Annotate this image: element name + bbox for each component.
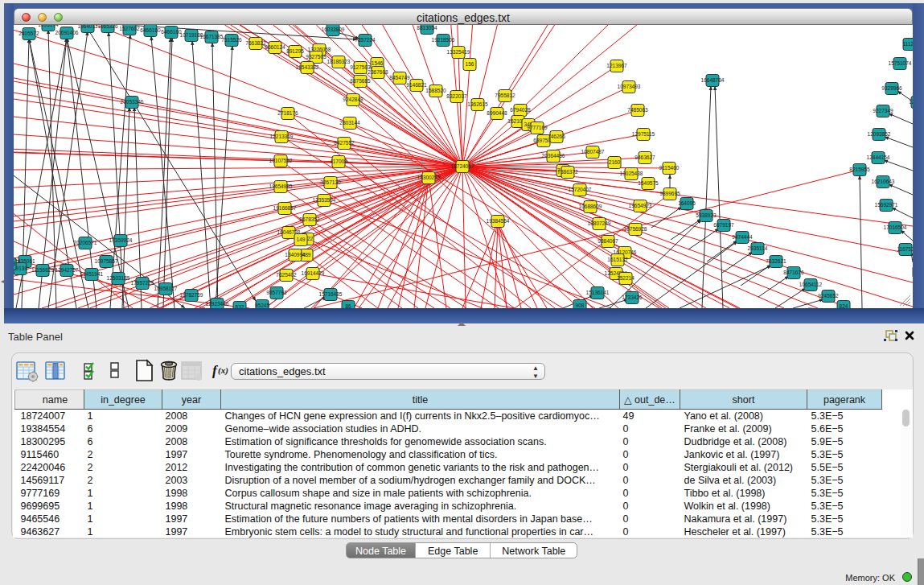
svg-text:15720407: 15720407 xyxy=(569,187,592,192)
svg-text:8427552: 8427552 xyxy=(334,140,355,146)
svg-text:1615132: 1615132 xyxy=(607,257,628,262)
svg-text:2405572: 2405572 xyxy=(18,31,39,36)
svg-text:12942757: 12942757 xyxy=(55,267,79,273)
svg-text:2367608: 2367608 xyxy=(368,69,388,75)
svg-text:8322037: 8322037 xyxy=(446,93,467,99)
svg-text:908: 908 xyxy=(576,303,585,308)
svg-text:5938923: 5938923 xyxy=(696,212,717,218)
svg-text:252214: 252214 xyxy=(617,275,634,281)
svg-text:11123: 11123 xyxy=(902,41,913,47)
svg-text:7663822: 7663822 xyxy=(245,40,266,46)
svg-text:10975867: 10975867 xyxy=(95,258,118,264)
svg-text:12093852: 12093852 xyxy=(868,131,891,137)
svg-text:12503185: 12503185 xyxy=(107,275,130,281)
svg-text:8813054: 8813054 xyxy=(417,25,437,31)
svg-text:1340994: 1340994 xyxy=(285,252,306,257)
svg-text:2718176: 2718176 xyxy=(277,110,298,116)
svg-text:19654985: 19654985 xyxy=(269,183,293,189)
svg-text:9227349: 9227349 xyxy=(873,108,893,113)
svg-text:832: 832 xyxy=(236,304,244,308)
svg-text:9313: 9313 xyxy=(14,261,16,266)
svg-text:10654112: 10654112 xyxy=(799,282,823,287)
svg-text:1549575: 1549575 xyxy=(638,180,659,186)
svg-text:7357224: 7357224 xyxy=(355,37,376,43)
svg-text:18807249: 18807249 xyxy=(588,220,611,226)
svg-text:9115460: 9115460 xyxy=(659,165,680,171)
svg-text:17957225: 17957225 xyxy=(131,280,154,286)
svg-text:6466160: 6466160 xyxy=(140,27,161,33)
svg-text:116753: 116753 xyxy=(897,246,913,252)
svg-text:1964011: 1964011 xyxy=(78,25,98,29)
svg-text:8660124: 8660124 xyxy=(265,44,285,50)
svg-text:1588520: 1588520 xyxy=(425,88,446,93)
svg-text:9245652: 9245652 xyxy=(818,293,839,299)
svg-text:8678352: 8678352 xyxy=(299,216,320,222)
svg-text:156: 156 xyxy=(466,61,474,67)
svg-text:20691406: 20691406 xyxy=(55,30,79,35)
svg-text:6794028: 6794028 xyxy=(510,107,531,113)
svg-text:15136141: 15136141 xyxy=(586,290,610,295)
svg-text:1093174: 1093174 xyxy=(38,25,59,27)
svg-text:9884067: 9884067 xyxy=(598,238,618,244)
svg-text:19218506: 19218506 xyxy=(432,37,455,43)
svg-text:10807487: 10807487 xyxy=(581,149,605,154)
svg-text:891295: 891295 xyxy=(286,48,304,54)
svg-text:13325419: 13325419 xyxy=(447,49,470,55)
svg-text:19384554: 19384554 xyxy=(487,218,510,224)
svg-text:12975115: 12975115 xyxy=(632,131,655,137)
svg-text:7632621: 7632621 xyxy=(766,258,786,264)
svg-text:8875685: 8875685 xyxy=(350,78,371,84)
svg-text:7485063: 7485063 xyxy=(627,107,648,113)
svg-text:9463627: 9463627 xyxy=(634,154,655,160)
svg-text:10025438: 10025438 xyxy=(620,171,643,176)
svg-text:19654923: 19654923 xyxy=(629,203,652,208)
svg-text:16648784: 16648784 xyxy=(701,77,725,83)
svg-text:16914479: 16914479 xyxy=(302,270,325,276)
svg-text:11156829: 11156829 xyxy=(31,267,54,273)
svg-text:19166857: 19166857 xyxy=(273,205,297,211)
svg-text:1527602: 1527602 xyxy=(119,26,140,31)
svg-text:10973493: 10973493 xyxy=(618,84,641,89)
svg-text:10107552: 10107552 xyxy=(269,158,293,163)
svg-text:10688609: 10688609 xyxy=(579,204,602,209)
svg-text:3267130: 3267130 xyxy=(320,179,341,185)
svg-text:10958127: 10958127 xyxy=(154,286,178,291)
svg-text:12213369: 12213369 xyxy=(270,134,294,139)
svg-text:20053346: 20053346 xyxy=(121,99,144,105)
svg-text:16033809: 16033809 xyxy=(322,27,345,32)
svg-text:86: 86 xyxy=(345,303,351,308)
svg-text:9329966: 9329966 xyxy=(881,85,902,91)
svg-text:1362615: 1362615 xyxy=(467,101,488,107)
svg-text:(x): (x) xyxy=(218,365,228,376)
svg-text:17359924: 17359924 xyxy=(109,237,133,243)
svg-text:16782759: 16782759 xyxy=(180,292,203,298)
svg-text:746266: 746266 xyxy=(548,134,565,139)
svg-text:8454749: 8454749 xyxy=(389,75,410,80)
svg-text:18724007: 18724007 xyxy=(451,163,474,169)
svg-text:11451941: 11451941 xyxy=(80,271,104,277)
svg-text:7515526: 7515526 xyxy=(221,37,242,43)
svg-text:12353594: 12353594 xyxy=(313,197,336,203)
svg-text:1546: 1546 xyxy=(372,60,384,66)
svg-text:9242848: 9242848 xyxy=(343,97,363,102)
svg-text:9327503: 9327503 xyxy=(306,54,326,60)
svg-text:8990448: 8990448 xyxy=(487,110,507,116)
svg-text:16543382: 16543382 xyxy=(296,64,319,70)
svg-text:9146821: 9146821 xyxy=(406,82,427,88)
svg-text:9777169: 9777169 xyxy=(527,125,548,130)
svg-text:8215955: 8215955 xyxy=(849,167,870,172)
svg-text:1733426: 1733426 xyxy=(622,295,643,300)
svg-text:2160: 2160 xyxy=(609,159,621,165)
svg-text:8471676: 8471676 xyxy=(783,270,804,275)
svg-text:7625402: 7625402 xyxy=(276,272,297,278)
svg-text:1213967: 1213967 xyxy=(606,63,627,68)
svg-text:20206571: 20206571 xyxy=(74,240,97,245)
svg-text:20364486: 20364486 xyxy=(542,153,565,159)
svg-text:16210643: 16210643 xyxy=(872,179,895,184)
svg-text:2935114: 2935114 xyxy=(748,245,768,251)
svg-text:824: 824 xyxy=(840,303,848,308)
svg-text:9899695: 9899695 xyxy=(659,191,680,196)
svg-text:6466160: 6466160 xyxy=(161,29,182,35)
svg-text:16671385: 16671385 xyxy=(200,34,224,39)
svg-text:164095: 164095 xyxy=(678,200,696,206)
